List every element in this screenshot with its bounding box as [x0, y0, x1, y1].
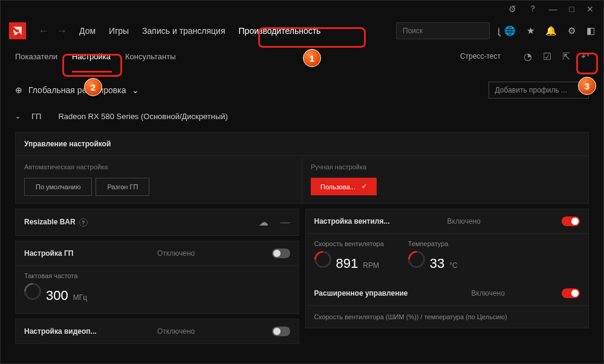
video-tuning-state: Отключено [157, 327, 272, 336]
rebar-label: Resizable BAR? [24, 218, 157, 227]
maximize-icon[interactable]: □ [570, 4, 574, 14]
gpu-chevron-icon[interactable]: ⌄ [15, 112, 21, 120]
search-input[interactable] [403, 27, 493, 35]
nav-performance[interactable]: Производительность [239, 26, 321, 36]
tuning-underline [72, 71, 112, 73]
close-icon[interactable]: ✕ [586, 4, 594, 14]
rebar-value: — [281, 217, 290, 228]
reset-icon[interactable]: ↶ [581, 51, 589, 62]
nav-streaming[interactable]: Запись и трансляция [142, 26, 225, 36]
gear-icon[interactable]: ⚙ [568, 25, 576, 36]
nav-forward-icon[interactable]: → [56, 25, 67, 37]
annotation-badge-2: 2 [84, 78, 102, 96]
tab-advisors[interactable]: Консультанты [125, 47, 176, 66]
auto-tuning-label: Автоматическая настройка [24, 163, 293, 171]
video-tuning-toggle[interactable] [272, 327, 290, 336]
fan-tuning-label: Настройка вентиля... [314, 217, 447, 226]
check-icon: ✓ [362, 183, 367, 190]
panel-icon[interactable]: ◧ [586, 25, 595, 36]
stress-test-label: Стресс-тест [460, 52, 501, 60]
advanced-control-state: Включено [472, 289, 562, 297]
global-tuning-label[interactable]: Глобальная регулировка [28, 85, 126, 95]
tab-tuning[interactable]: Настройка [72, 47, 111, 66]
fan-speed-unit: RPM [363, 261, 379, 270]
nav-games[interactable]: Игры [109, 26, 129, 36]
bug-icon[interactable]: ⚙̆ [508, 4, 516, 14]
amd-logo[interactable] [9, 22, 26, 39]
gpu-short-label: ГП [31, 112, 41, 121]
preset-default-button[interactable]: По умолчанию [24, 178, 92, 196]
gpu-name: Radeon RX 580 Series (Основной/Дискретны… [58, 112, 227, 121]
globe-icon: ⊕ [15, 85, 22, 95]
nav-back-icon[interactable]: ← [38, 25, 49, 37]
help-icon[interactable]: ？ [528, 4, 537, 15]
info-icon[interactable]: ? [79, 218, 88, 227]
web-icon[interactable]: 🌐 [504, 25, 516, 36]
tuning-control-panel: Управление настройкой Автоматическая нас… [15, 132, 589, 204]
brain-icon: ☁ [259, 216, 268, 228]
fan-speed-label: Скорость вентилятора [314, 240, 384, 247]
sub-tabs: Показатели Настройка Консультанты Стресс… [1, 44, 603, 68]
preset-custom-label: Пользова... [320, 183, 356, 190]
manual-tuning-label: Ручная настройка [311, 163, 580, 171]
clock-value: 300 [46, 288, 68, 304]
temp-label: Температура [408, 240, 458, 247]
clock-gauge-icon [21, 279, 45, 304]
tuning-header: Управление настройкой [16, 132, 588, 155]
preset-custom-button[interactable]: Пользова... ✓ [311, 178, 377, 195]
advanced-control-toggle[interactable] [562, 288, 580, 298]
star-icon[interactable]: ★ [527, 25, 534, 36]
fan-speed-value: 891 [336, 256, 359, 271]
search-icon[interactable] [498, 27, 499, 35]
temp-unit: °C [449, 261, 457, 270]
minimize-icon[interactable]: ― [549, 4, 557, 14]
nav-home[interactable]: Дом [79, 26, 96, 36]
temp-gauge-icon [404, 247, 429, 271]
pwm-curve-label: Скорость вентилятора (ШИМ (%)) / темпера… [314, 313, 580, 320]
chevron-down-icon[interactable]: ⌄ [132, 85, 139, 95]
apply-icon[interactable]: ☑ [543, 51, 551, 62]
window-titlebar: ⚙̆ ？ ― □ ✕ [1, 1, 603, 18]
search-box[interactable] [396, 22, 490, 39]
fan-tuning-toggle[interactable] [562, 216, 580, 226]
clock-label: Тактовая частота [24, 272, 87, 279]
video-tuning-label: Настройка видеоп... [24, 327, 157, 336]
export-icon[interactable]: ⇱ [562, 51, 570, 62]
fan-tuning-state: Включено [447, 217, 562, 226]
annotation-badge-1: 1 [303, 49, 321, 67]
advanced-control-label: Расширенное управление [314, 289, 472, 297]
add-profile-button[interactable]: Добавить профиль ... + [489, 82, 589, 99]
gpu-tuning-label: Настройка ГП [24, 249, 157, 258]
temp-value: 33 [430, 256, 444, 271]
gpu-tuning-toggle[interactable] [272, 249, 290, 258]
preset-overclock-button[interactable]: Разгон ГП [96, 178, 149, 196]
clock-unit: МГц [73, 293, 87, 302]
gpu-tuning-state: Отключено [157, 249, 272, 258]
gauge-icon[interactable]: ◔ [524, 51, 532, 62]
annotation-badge-3: 3 [578, 77, 596, 95]
main-nav: ← → Дом Игры Запись и трансляция Произво… [1, 18, 603, 44]
fan-gauge-icon [311, 247, 335, 271]
tab-metrics[interactable]: Показатели [15, 47, 57, 66]
bell-icon[interactable]: 🔔 [545, 25, 557, 36]
add-profile-label: Добавить профиль ... [495, 86, 567, 94]
